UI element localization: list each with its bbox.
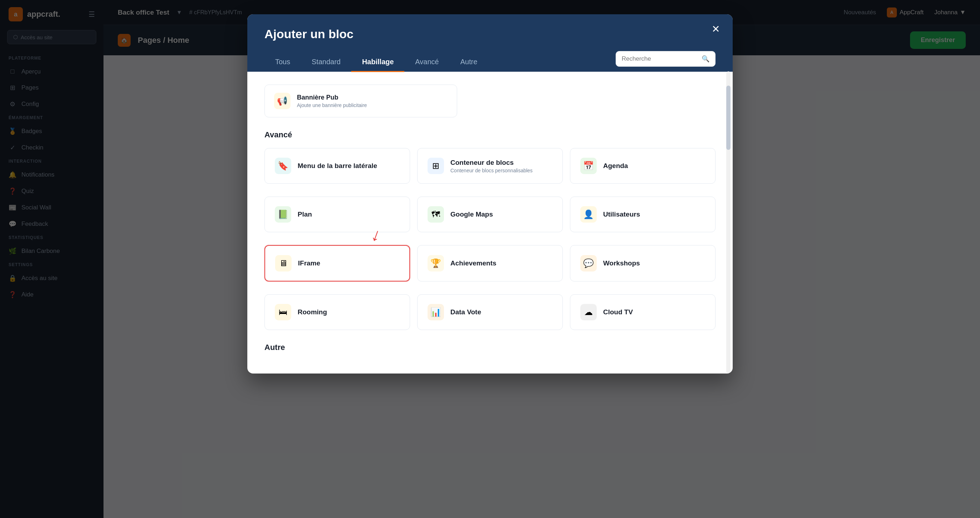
- block-achievements[interactable]: 🏆 Achievements: [417, 245, 563, 281]
- tab-avance[interactable]: Avancé: [404, 54, 449, 72]
- workshops-name: Workshops: [603, 259, 640, 267]
- avance-blocks-grid-row3: 🖥 IFrame ↓ 🏆 Achievements 💬: [264, 245, 716, 281]
- block-datavote[interactable]: 📊 Data Vote: [417, 294, 563, 330]
- block-menu-barre[interactable]: 🔖 Menu de la barre latérale: [264, 148, 410, 184]
- achievements-icon: 🏆: [428, 255, 444, 272]
- cloudtv-text: Cloud TV: [603, 308, 633, 316]
- menu-barre-text: Menu de la barre latérale: [298, 162, 377, 170]
- conteneur-icon: ⊞: [428, 158, 444, 174]
- modal-body: 📢 Bannière Pub Ajoute une bannière publi…: [247, 72, 733, 373]
- scrollbar-thumb[interactable]: [726, 86, 730, 150]
- modal-title: Ajouter un bloc: [264, 27, 353, 41]
- rooming-text: Rooming: [298, 308, 327, 316]
- block-agenda[interactable]: 📅 Agenda: [570, 148, 716, 184]
- tab-autre[interactable]: Autre: [450, 54, 488, 72]
- search-box[interactable]: 🔍: [616, 51, 716, 67]
- block-iframe[interactable]: 🖥 IFrame ↓: [264, 245, 410, 281]
- modal-close-button[interactable]: ✕: [712, 24, 720, 34]
- iframe-text: IFrame: [298, 259, 320, 267]
- plan-name: Plan: [298, 210, 312, 218]
- datavote-name: Data Vote: [450, 308, 481, 316]
- banner-pub-desc: Ajoute une bannière publicitaire: [297, 102, 367, 108]
- googlemaps-icon: 🗺: [428, 206, 444, 222]
- achievements-text: Achievements: [450, 259, 496, 267]
- cloudtv-icon: ☁: [580, 304, 597, 320]
- rooming-icon: 🛏: [275, 304, 291, 320]
- googlemaps-text: Google Maps: [450, 210, 493, 218]
- banner-pub-item[interactable]: 📢 Bannière Pub Ajoute une bannière publi…: [264, 84, 457, 118]
- menu-barre-name: Menu de la barre latérale: [298, 162, 377, 170]
- conteneur-desc: Conteneur de blocs personnalisables: [450, 168, 533, 173]
- block-googlemaps[interactable]: 🗺 Google Maps: [417, 197, 563, 232]
- tab-standard[interactable]: Standard: [301, 54, 351, 72]
- cloudtv-name: Cloud TV: [603, 308, 633, 316]
- utilisateurs-name: Utilisateurs: [603, 210, 640, 218]
- add-block-modal: Ajouter un bloc ✕ Tous Standard Habillag…: [247, 14, 733, 373]
- iframe-icon: 🖥: [275, 255, 291, 272]
- tab-tous[interactable]: Tous: [264, 54, 301, 72]
- avance-blocks-grid-row4: 🛏 Rooming 📊 Data Vote ☁ Cloud T: [264, 294, 716, 330]
- googlemaps-name: Google Maps: [450, 210, 493, 218]
- block-plan[interactable]: 📗 Plan: [264, 197, 410, 232]
- section-avance-label: Avancé: [264, 130, 716, 140]
- block-cloudtv[interactable]: ☁ Cloud TV: [570, 294, 716, 330]
- menu-barre-icon: 🔖: [275, 158, 291, 174]
- avance-blocks-grid-row1: 🔖 Menu de la barre latérale ⊞ Conteneur …: [264, 148, 716, 184]
- block-conteneur[interactable]: ⊞ Conteneur de blocs Conteneur de blocs …: [417, 148, 563, 184]
- modal-header: Ajouter un bloc ✕ Tous Standard Habillag…: [247, 14, 733, 72]
- modal-tabs: Tous Standard Habillage Avancé Autre: [264, 54, 488, 72]
- modal-overlay[interactable]: Ajouter un bloc ✕ Tous Standard Habillag…: [0, 0, 980, 518]
- workshops-text: Workshops: [603, 259, 640, 267]
- agenda-text: Agenda: [603, 162, 628, 170]
- datavote-text: Data Vote: [450, 308, 481, 316]
- block-workshops[interactable]: 💬 Workshops: [570, 245, 716, 281]
- conteneur-text: Conteneur de blocs Conteneur de blocs pe…: [450, 159, 533, 173]
- rooming-name: Rooming: [298, 308, 327, 316]
- scrollbar-track[interactable]: [726, 72, 730, 373]
- banner-pub-text: Bannière Pub Ajoute une bannière publici…: [297, 94, 367, 108]
- section-autre-label: Autre: [264, 343, 716, 352]
- utilisateurs-icon: 👤: [580, 206, 597, 222]
- workshops-icon: 💬: [580, 255, 597, 272]
- block-utilisateurs[interactable]: 👤 Utilisateurs: [570, 197, 716, 232]
- banner-pub-name: Bannière Pub: [297, 94, 367, 101]
- search-input[interactable]: [622, 55, 698, 62]
- avance-blocks-grid-row2: 📗 Plan 🗺 Google Maps 👤 Utilisa: [264, 197, 716, 232]
- datavote-icon: 📊: [428, 304, 444, 320]
- conteneur-name: Conteneur de blocs: [450, 159, 533, 167]
- iframe-name: IFrame: [298, 259, 320, 267]
- banner-pub-icon: 📢: [274, 93, 291, 109]
- agenda-name: Agenda: [603, 162, 628, 170]
- achievements-name: Achievements: [450, 259, 496, 267]
- plan-icon: 📗: [275, 206, 291, 222]
- agenda-icon: 📅: [580, 158, 597, 174]
- search-icon: 🔍: [702, 55, 710, 63]
- tab-habillage[interactable]: Habillage: [351, 54, 404, 72]
- utilisateurs-text: Utilisateurs: [603, 210, 640, 218]
- block-rooming[interactable]: 🛏 Rooming: [264, 294, 410, 330]
- plan-text: Plan: [298, 210, 312, 218]
